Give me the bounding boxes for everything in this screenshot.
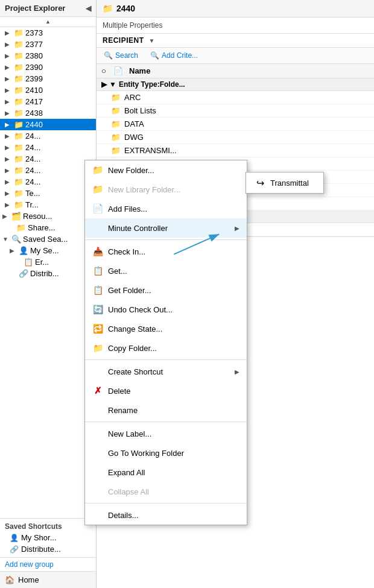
- properties-bar: Multiple Properties: [97, 17, 374, 34]
- menu-item-details[interactable]: Details...: [85, 505, 247, 525]
- menu-item-new-label[interactable]: New Label...: [85, 424, 247, 443]
- tree-item-label: 24...: [25, 131, 40, 141]
- menu-item-label: New Folder...: [108, 166, 239, 175]
- delete-icon: ✗: [91, 384, 104, 397]
- folder-icon: 📁: [14, 109, 24, 118]
- tree-item-tr[interactable]: ▶ 📁 Tr...: [0, 199, 96, 210]
- triangle-down-icon: ▼: [109, 80, 116, 89]
- menu-item-new-folder[interactable]: 📁 New Folder...: [85, 160, 247, 180]
- arrow-icon: ▶: [5, 121, 12, 128]
- collapse-arrow-icon[interactable]: ◀: [86, 4, 91, 13]
- recipient-label: RECIPIENT: [103, 36, 144, 45]
- folder-icon: 📁: [14, 177, 24, 186]
- folder-icon: 📁: [14, 120, 24, 129]
- entity-item-bolt-lists[interactable]: 📁 Bolt Lists: [97, 104, 374, 118]
- folder-icon: 📁: [14, 154, 24, 163]
- tree-item-label: Saved Sea...: [23, 235, 68, 244]
- tree-item-2440[interactable]: ▶ 📁 2440: [0, 119, 96, 130]
- tree-item-te[interactable]: ▶ 📁 Te...: [0, 188, 96, 199]
- menu-item-collapse-all: Collapse All: [85, 482, 247, 501]
- undo-check-out-icon: 🔄: [91, 303, 104, 316]
- my-se-icon: 👤: [19, 246, 28, 255]
- entity-type-folder-label: Entity Type:Folde...: [119, 80, 185, 89]
- tree-item-24b[interactable]: ▶ 📁 24...: [0, 142, 96, 153]
- menu-item-get-folder[interactable]: 📋 Get Folder...: [85, 280, 247, 300]
- folder-icon: 📁: [14, 86, 24, 95]
- arrow-icon: ▶: [5, 190, 12, 197]
- folder-icon: 📁: [14, 189, 24, 198]
- tree-item-my-se[interactable]: ▶ 👤 My Se...: [0, 245, 96, 256]
- scroll-up-btn[interactable]: ▲: [43, 18, 53, 25]
- menu-item-label: Check In...: [108, 247, 239, 256]
- tree-item-share[interactable]: ▶ 📁 Share...: [0, 222, 96, 233]
- entity-item-data[interactable]: 📁 DATA: [97, 118, 374, 131]
- entity-item-arc[interactable]: 📁 ARC: [97, 91, 374, 104]
- menu-item-delete[interactable]: ✗ Delete: [85, 381, 247, 400]
- menu-item-expand-all[interactable]: Expand All: [85, 463, 247, 482]
- tree-item-label: 2399: [25, 74, 43, 83]
- tree-item-24e[interactable]: ▶ 📁 24...: [0, 176, 96, 188]
- menu-item-label: Go To Working Folder: [108, 449, 239, 458]
- menu-item-label: Get...: [108, 267, 239, 276]
- folder-icon: 📁: [111, 133, 121, 142]
- home-label: Home: [18, 575, 39, 584]
- menu-item-change-state[interactable]: 🔁 Change State...: [85, 319, 247, 338]
- tree-item-resou[interactable]: ▶ 🗂️ Resou...: [0, 210, 96, 222]
- tree-item-2417[interactable]: ▶ 📁 2417: [0, 96, 96, 107]
- tree-item-er[interactable]: ▶ 📋 Er...: [0, 256, 96, 268]
- menu-item-get[interactable]: 📋 Get...: [85, 261, 247, 280]
- folder-icon: 📁: [111, 146, 121, 155]
- tree-item-saved-searches[interactable]: ▼ 🔍 Saved Sea...: [0, 233, 96, 245]
- menu-item-label: Change State...: [108, 324, 239, 334]
- tree-item-2399[interactable]: ▶ 📁 2399: [0, 73, 96, 84]
- menu-item-label: Create Shortcut: [108, 367, 235, 376]
- folder-icon: 📁: [14, 40, 24, 49]
- tree-item-2373[interactable]: ▶ 📁 2373: [0, 27, 96, 39]
- menu-item-label: Get Folder...: [108, 286, 239, 295]
- tree-item-2380[interactable]: ▶ 📁 2380: [0, 50, 96, 62]
- minute-controller-icon: [91, 221, 104, 235]
- menu-item-add-files[interactable]: 📄 Add Files...: [85, 199, 247, 218]
- tree-item-label: Er...: [35, 258, 49, 267]
- arrow-icon: ▶: [5, 110, 12, 116]
- home-bar[interactable]: 🏠 Home: [0, 571, 96, 588]
- menu-item-check-in[interactable]: 📥 Check In...: [85, 242, 247, 261]
- tree-item-2390[interactable]: ▶ 📁 2390: [0, 62, 96, 73]
- tree-item-24c[interactable]: ▶ 📁 24...: [0, 153, 96, 165]
- menu-item-minute-controller[interactable]: Minute Controller ▶: [85, 218, 247, 238]
- right-header: 📁 2440: [97, 0, 374, 17]
- menu-item-undo-check-out[interactable]: 🔄 Undo Check Out...: [85, 300, 247, 319]
- arrow-icon: ▶: [10, 247, 17, 254]
- shortcut-my-shor[interactable]: 👤 My Shor...: [0, 532, 96, 543]
- tree-item-24a[interactable]: ▶ 📁 24...: [0, 130, 96, 142]
- arrow-icon: ▶: [5, 144, 12, 151]
- menu-item-copy-folder[interactable]: 📁 Copy Folder...: [85, 338, 247, 358]
- search-button[interactable]: 🔍 Search: [101, 50, 141, 61]
- arrow-icon: ▶: [5, 133, 12, 139]
- shortcut-distribute[interactable]: 🔗 Distribute...: [0, 543, 96, 555]
- submenu-item-transmittal[interactable]: ↪ Transmittal: [246, 172, 323, 193]
- copy-folder-icon: 📁: [91, 341, 104, 355]
- folder-icon: 📁: [111, 119, 121, 128]
- recipient-dropdown-icon[interactable]: ▼: [149, 37, 155, 44]
- rename-icon: [91, 403, 104, 417]
- entity-item-extransmi[interactable]: 📁 EXTRANSMI...: [97, 144, 374, 157]
- tree-item-2410[interactable]: ▶ 📁 2410: [0, 84, 96, 96]
- entity-item-dwg[interactable]: 📁 DWG: [97, 131, 374, 144]
- tree-item-2377[interactable]: ▶ 📁 2377: [0, 39, 96, 50]
- tree-item-24d[interactable]: ▶ 📁 24...: [0, 165, 96, 176]
- distrib-icon: 🔗: [19, 269, 28, 278]
- tree-item-label: Distrib...: [30, 269, 59, 278]
- home-icon: 🏠: [5, 575, 14, 584]
- add-criteria-button[interactable]: 🔍 Add Crite...: [148, 50, 200, 61]
- tree-item-2438[interactable]: ▶ 📁 2438: [0, 107, 96, 119]
- check-column[interactable]: ○: [101, 66, 113, 75]
- entity-name: Bolt Lists: [124, 106, 156, 115]
- menu-item-create-shortcut[interactable]: Create Shortcut ▶: [85, 362, 247, 381]
- menu-item-rename[interactable]: Rename: [85, 400, 247, 420]
- tree-item-distrib[interactable]: ▶ 🔗 Distrib...: [0, 268, 96, 279]
- add-new-group-link[interactable]: Add new group: [0, 557, 96, 571]
- header-title-text: 2440: [116, 4, 135, 13]
- menu-item-go-to-working-folder[interactable]: Go To Working Folder: [85, 443, 247, 463]
- arrow-icon: ▶: [5, 75, 12, 82]
